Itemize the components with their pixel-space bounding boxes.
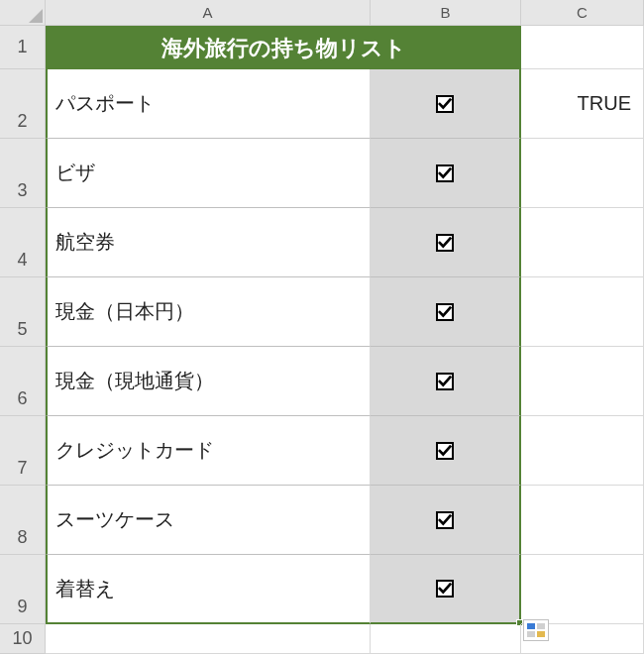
svg-rect-2 xyxy=(527,631,535,637)
select-all-corner[interactable] xyxy=(0,0,46,26)
item-label: スーツケース xyxy=(55,506,174,533)
checkbox-icon[interactable] xyxy=(436,303,454,321)
cell-C8[interactable] xyxy=(521,486,644,555)
item-label: 着替え xyxy=(55,576,115,602)
row-header-7[interactable]: 7 xyxy=(0,416,46,486)
cell-C1[interactable] xyxy=(521,26,644,69)
cell-B5[interactable] xyxy=(371,277,521,347)
cell-A4[interactable]: 航空券 xyxy=(46,208,371,277)
item-label: 現金（現地通貨） xyxy=(55,368,214,394)
cell-value: TRUE xyxy=(578,92,631,115)
row-header-4[interactable]: 4 xyxy=(0,208,46,277)
title-cell-A1[interactable]: 海外旅行の持ち物リスト xyxy=(46,26,521,69)
col-header-B[interactable]: B xyxy=(371,0,521,26)
cell-B9[interactable] xyxy=(371,555,521,624)
cell-B2[interactable] xyxy=(371,69,521,139)
row-header-1[interactable]: 1 xyxy=(0,26,46,69)
checkbox-icon[interactable] xyxy=(436,580,454,598)
cell-A10[interactable] xyxy=(46,624,371,654)
row-header-10[interactable]: 10 xyxy=(0,624,46,654)
cell-C7[interactable] xyxy=(521,416,644,486)
cell-B4[interactable] xyxy=(371,208,521,277)
cell-A8[interactable]: スーツケース xyxy=(46,486,371,555)
col-header-C[interactable]: C xyxy=(521,0,644,26)
checkbox-icon[interactable] xyxy=(436,373,454,390)
checkbox-icon[interactable] xyxy=(436,95,454,113)
item-label: ビザ xyxy=(55,160,95,186)
cell-C2[interactable]: TRUE xyxy=(521,69,644,139)
list-title: 海外旅行の持ち物リスト xyxy=(161,34,406,63)
col-header-A[interactable]: A xyxy=(46,0,371,26)
cell-C9[interactable] xyxy=(521,555,644,624)
cell-C4[interactable] xyxy=(521,208,644,277)
row-header-3[interactable]: 3 xyxy=(0,139,46,208)
cell-A5[interactable]: 現金（日本円） xyxy=(46,277,371,347)
cell-A2[interactable]: パスポート xyxy=(46,69,371,139)
item-label: クレジットカード xyxy=(55,437,214,464)
cell-C6[interactable] xyxy=(521,347,644,416)
cell-C3[interactable] xyxy=(521,139,644,208)
checkbox-icon[interactable] xyxy=(436,164,454,182)
spreadsheet-grid: A B C 1 海外旅行の持ち物リスト 2パスポートTRUE3ビザ4航空券5現金… xyxy=(0,0,644,654)
svg-rect-3 xyxy=(537,631,545,637)
row-header-9[interactable]: 9 xyxy=(0,555,46,624)
item-label: 現金（日本円） xyxy=(55,298,194,325)
cell-C5[interactable] xyxy=(521,277,644,347)
cell-B10[interactable] xyxy=(371,624,521,654)
row-header-8[interactable]: 8 xyxy=(0,486,46,555)
checkbox-icon[interactable] xyxy=(436,442,454,460)
cell-B8[interactable] xyxy=(371,486,521,555)
cell-B6[interactable] xyxy=(371,347,521,416)
cell-A6[interactable]: 現金（現地通貨） xyxy=(46,347,371,416)
row-header-6[interactable]: 6 xyxy=(0,347,46,416)
cell-A7[interactable]: クレジットカード xyxy=(46,416,371,486)
svg-rect-1 xyxy=(537,623,545,629)
cell-A3[interactable]: ビザ xyxy=(46,139,371,208)
row-header-5[interactable]: 5 xyxy=(0,277,46,347)
row-header-2[interactable]: 2 xyxy=(0,69,46,139)
cell-A9[interactable]: 着替え xyxy=(46,555,371,624)
cell-B7[interactable] xyxy=(371,416,521,486)
svg-rect-0 xyxy=(527,623,535,629)
cell-B3[interactable] xyxy=(371,139,521,208)
item-label: パスポート xyxy=(55,90,155,117)
checkbox-icon[interactable] xyxy=(436,511,454,529)
quick-analysis-icon[interactable] xyxy=(523,619,549,641)
item-label: 航空券 xyxy=(55,229,115,256)
checkbox-icon[interactable] xyxy=(436,234,454,252)
